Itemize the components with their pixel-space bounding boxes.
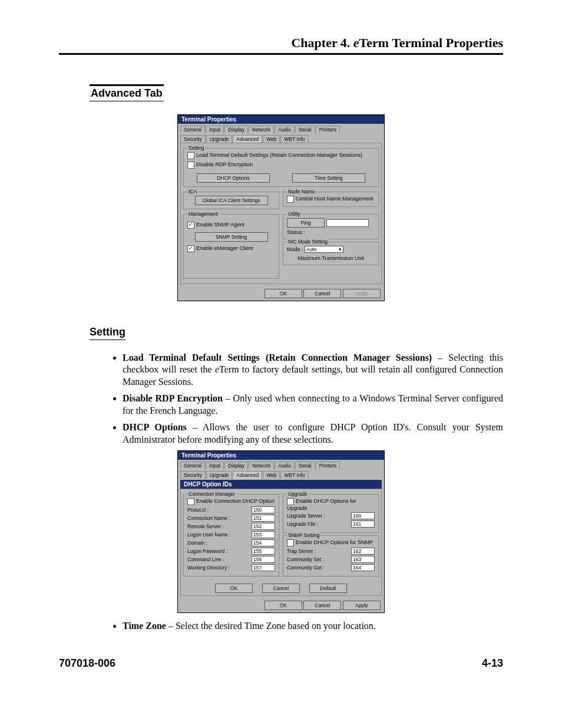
snmp-setting-button[interactable]: SNMP Setting [195,232,268,242]
tab-general[interactable]: General [180,126,205,133]
protocol-input[interactable]: 150 [252,506,275,513]
tab-upgrade[interactable]: Upgrade [206,135,233,143]
tab-printers[interactable]: Printers [316,126,340,133]
label-enable-snmp-dhcp: Enable DHCP Options for SNMP [296,540,373,546]
ping-input[interactable] [326,219,369,227]
bullet-bold: Disable RDP Encryption [123,393,223,403]
screenshot-terminal-properties-advanced: Terminal Properties General Input Displa… [59,114,503,301]
tab-input[interactable]: Input [206,126,224,133]
tab-wbt-info[interactable]: WBT Info [280,135,308,143]
logon-user-input[interactable]: 153 [252,531,275,538]
cancel-button-2[interactable]: Cancel [303,601,341,610]
community-set-input[interactable]: 163 [351,556,375,563]
tab-general-2[interactable]: General [180,462,205,469]
tab-printers-2[interactable]: Printers [316,462,340,469]
command-line-input[interactable]: 156 [252,556,275,563]
tab-wbt-info-2[interactable]: WBT Info [280,471,308,479]
tab-advanced-2[interactable]: Advanced [233,471,262,479]
checkbox-enable-snmp[interactable] [187,222,194,229]
footer-page-number: 4-13 [482,657,503,670]
field-label: Logon Password : [187,548,252,554]
tab-security-2[interactable]: Security [180,471,206,479]
legend-connection-manager: Connection Manager [187,491,236,497]
tab-advanced[interactable]: Advanced [233,135,262,143]
group-management: Management Enable SNMP Agent SNMP Settin… [183,214,279,279]
tab-serial-2[interactable]: Serial [295,462,315,469]
group-upgrade: Upgrade Enable DHCP Options for Upgrade … [283,494,379,533]
section-setting: Setting [90,325,125,340]
dialog-panel: Setting Load Terminal Default Settings (… [180,143,382,284]
tab-upgrade-2[interactable]: Upgrade [206,471,233,479]
dhcp-options-button[interactable]: DHCP Options [197,173,270,183]
domain-input[interactable]: 154 [252,539,275,546]
dialog-terminal-properties: Terminal Properties General Input Displa… [177,114,385,301]
logon-password-input[interactable]: 155 [252,548,275,555]
ok-button-2[interactable]: OK [265,601,302,610]
inner-default-button[interactable]: Default [309,584,347,593]
field-label: Protocol : [187,507,252,513]
remote-server-input[interactable]: 152 [252,523,275,530]
group-node-name: Node Name Central Host Name Management [283,192,379,207]
field-label: Command Line : [187,556,252,562]
ok-button[interactable]: OK [265,289,302,298]
tab-network-2[interactable]: Network [249,462,274,469]
field-label: Upgrade File : [287,521,351,527]
field-label: Logon User Name : [187,532,252,538]
tab-audio[interactable]: Audio [275,126,295,133]
checkbox-central-host[interactable] [287,196,294,203]
document-page: Chapter 4. eTerm Terminal Properties Adv… [0,0,562,693]
label-central-host: Central Host Name Management [296,196,373,202]
tab-display[interactable]: Display [224,126,248,133]
legend-management: Management [187,211,219,217]
inner-ok-button[interactable]: OK [215,584,253,593]
tab-audio-2[interactable]: Audio [275,462,295,469]
tabs-row-1: General Input Display Network Audio Seri… [178,124,384,133]
tab-web[interactable]: Web [263,135,280,143]
tab-input-2[interactable]: Input [206,462,224,469]
working-dir-input[interactable]: 157 [252,564,275,571]
ping-button[interactable]: Ping [287,218,325,228]
dialog-titlebar: Terminal Properties [178,115,384,124]
field-label: Connection Name : [187,515,252,521]
checkbox-enable-emanager[interactable] [187,245,194,252]
mode-label: Mode : [287,246,303,252]
tab-serial[interactable]: Serial [295,126,315,133]
checkbox-enable-cm-dhcp[interactable] [187,498,194,505]
dialog-button-row-2: OK Cancel Apply [178,598,384,612]
trap-server-input[interactable]: 162 [351,548,375,555]
dialog-button-row: OK Cancel Apply [178,286,384,301]
tabs-row-2b: Security Upgrade Advanced Web WBT Info [178,469,384,479]
label-enable-upgrade-dhcp: Enable DHCP Options for Upgrade [287,499,356,512]
chapter-italic-e: e [353,35,359,50]
tab-network[interactable]: Network [249,126,274,133]
connection-name-input[interactable]: 151 [252,515,275,522]
apply-button[interactable]: Apply [343,289,381,298]
ica-settings-button[interactable]: Global ICA Client Settings [195,196,268,205]
tabs-row-1b: General Input Display Network Audio Seri… [178,460,384,469]
upgrade-file-input[interactable]: 161 [351,521,375,528]
checkbox-load-default[interactable] [187,152,194,159]
time-setting-button[interactable]: Time Setting [292,173,365,183]
field-label: Trap Server : [287,548,351,554]
apply-button-2[interactable]: Apply [343,601,381,610]
chevron-down-icon: ▾ [339,246,342,252]
bullet-load-default: Load Terminal Default Settings (Retain C… [123,352,503,388]
bullet-disable-rdp: Disable RDP Encryption – Only used when … [123,393,503,417]
inner-cancel-button[interactable]: Cancel [262,584,300,593]
chapter-rest: Term Terminal Properties [359,35,503,50]
cancel-button[interactable]: Cancel [303,289,341,298]
upgrade-server-input[interactable]: 160 [351,512,375,519]
field-label: Remote Server : [187,523,252,529]
row-load-default: Load Terminal Default Settings (Retain C… [187,152,375,159]
tab-display-2[interactable]: Display [224,462,248,469]
bullet-list-2: Time Zone – Select the desired Time Zone… [123,620,503,632]
checkbox-disable-rdp[interactable] [187,162,194,169]
mode-select[interactable]: Auto▾ [305,246,343,253]
legend-utility: Utility [287,211,302,217]
legend-nic-mode: NIC Mode Setting [287,239,329,245]
checkbox-enable-upgrade-dhcp[interactable] [287,498,294,505]
tab-web-2[interactable]: Web [263,471,280,479]
checkbox-enable-snmp-dhcp[interactable] [287,539,294,546]
community-get-input[interactable]: 164 [351,564,375,571]
tab-security[interactable]: Security [180,135,206,143]
